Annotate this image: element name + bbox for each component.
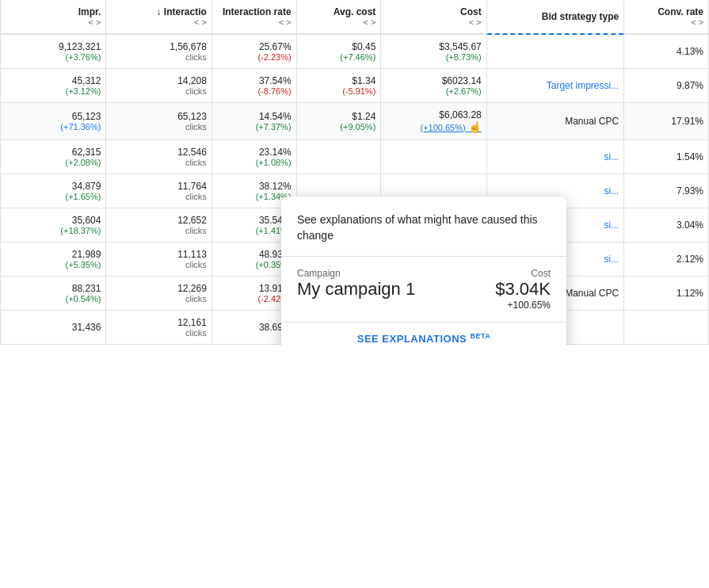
bid-strategy-value[interactable]: Target impressi... bbox=[547, 80, 619, 91]
bid-strategy-value: Manual CPC bbox=[565, 288, 619, 299]
col-header-interaction[interactable]: ↓ Interactio < > bbox=[106, 0, 212, 34]
int-rate-change: (+1.34%) bbox=[217, 192, 292, 201]
impr-value: 62,315 bbox=[6, 147, 101, 158]
interaction-value: 12,652 bbox=[111, 215, 206, 226]
tooltip-campaign-label: Campaign bbox=[297, 268, 415, 279]
cost-cell: $6,063.28(+100.65%) ☝ bbox=[381, 103, 486, 140]
int-rate-change: (-8.76%) bbox=[217, 86, 292, 96]
int-rate-change: (-2.23%) bbox=[217, 52, 292, 62]
impr-value: 45,312 bbox=[6, 75, 101, 86]
beta-badge: BETA bbox=[470, 332, 490, 340]
int-rate-value: 37.54% bbox=[217, 75, 292, 86]
conv-rate-cell: 7.93% bbox=[624, 174, 709, 208]
interaction-value: 65,123 bbox=[111, 111, 206, 122]
data-table: Impr. < > ↓ Interactio < > bbox=[0, 0, 709, 345]
avg-cost-sort-right[interactable]: > bbox=[371, 17, 375, 27]
interaction-sub: clicks bbox=[111, 52, 206, 62]
impr-cell: 9,123,321(+3.76%) bbox=[1, 34, 106, 69]
avg-cost-value: $1.24 bbox=[302, 111, 376, 122]
cost-value: $3,545.67 bbox=[386, 41, 481, 52]
impr-change: (+1.65%) bbox=[6, 192, 101, 201]
conv-rate-cell: 1.12% bbox=[624, 277, 709, 311]
int-rate-sort-right[interactable]: > bbox=[286, 17, 291, 27]
interaction-sort-left[interactable]: < bbox=[194, 17, 199, 27]
bid-strategy-value[interactable]: si... bbox=[604, 151, 619, 162]
col-header-conv-rate[interactable]: Conv. rate < > bbox=[624, 0, 709, 34]
tooltip-title: See explanations of what might have caus… bbox=[297, 212, 551, 243]
impr-change[interactable]: (+71.36%) bbox=[6, 122, 101, 132]
table-row: 65,123(+71.36%) 65,123clicks 14.54%(+7.3… bbox=[1, 103, 709, 140]
conv-rate-value: 1.12% bbox=[677, 288, 703, 299]
bid-strategy-cell bbox=[486, 34, 623, 69]
impr-cell: 62,315(+2.08%) bbox=[1, 140, 106, 174]
see-explanations-button[interactable]: SEE EXPLANATIONS BETA bbox=[357, 332, 490, 345]
interaction-cell: 12,269clicks bbox=[106, 277, 212, 311]
interaction-cell: 12,546clicks bbox=[106, 140, 212, 174]
conv-rate-value: 7.93% bbox=[677, 185, 703, 197]
int-rate-value: 13.91% bbox=[217, 283, 292, 294]
bid-strategy-value[interactable]: si... bbox=[604, 220, 619, 231]
int-rate-change: (+7.37%) bbox=[217, 122, 292, 132]
interaction-sort-right[interactable]: > bbox=[201, 17, 206, 27]
interaction-cell: 12,161clicks bbox=[106, 311, 212, 345]
table-row: 62,315(+2.08%) 12,546clicks 23.14%(+1.08… bbox=[1, 140, 709, 174]
int-rate-cell: 37.54%(-8.76%) bbox=[212, 69, 296, 103]
int-rate-value: 35.54% bbox=[217, 215, 292, 226]
impr-sort-right[interactable]: > bbox=[96, 17, 101, 27]
cost-cell: $6023.14(+2.67%) bbox=[381, 69, 486, 103]
impr-change: (+18.37%) bbox=[6, 226, 101, 235]
col-header-bid-strategy[interactable]: Bid strategy type bbox=[486, 0, 623, 34]
impr-change: (+5.35%) bbox=[6, 260, 101, 269]
impr-cell: 34,879(+1.65%) bbox=[1, 174, 106, 208]
bid-strategy-value[interactable]: si... bbox=[604, 185, 619, 197]
interaction-sub: clicks bbox=[111, 226, 206, 235]
int-rate-change: (-2.42%) bbox=[217, 294, 292, 304]
bid-strategy-cell: Target impressi... bbox=[486, 69, 623, 103]
interaction-cell: 1,56,678clicks bbox=[106, 34, 212, 69]
interaction-sub: clicks bbox=[111, 192, 206, 201]
impr-cell: 65,123(+71.36%) bbox=[1, 103, 106, 140]
conv-rate-value: 9.87% bbox=[677, 80, 703, 91]
table-row: 45,312(+3.12%) 14,208clicks 37.54%(-8.76… bbox=[1, 69, 709, 103]
cost-sort-left[interactable]: < bbox=[469, 17, 474, 27]
interaction-value: 12,546 bbox=[111, 147, 206, 158]
interaction-cell: 12,652clicks bbox=[106, 208, 212, 242]
impr-value: 31,436 bbox=[6, 322, 101, 333]
col-header-avg-cost[interactable]: Avg. cost < > bbox=[296, 0, 381, 34]
interaction-sub: clicks bbox=[111, 122, 206, 132]
impr-cell: 21,989(+5.35%) bbox=[1, 242, 106, 277]
impr-cell: 35,604(+18.37%) bbox=[1, 208, 106, 242]
cost-cell bbox=[381, 140, 486, 174]
conv-rate-sort-right[interactable]: > bbox=[699, 17, 703, 27]
interaction-value: 12,161 bbox=[111, 317, 206, 328]
impr-change: (+0.54%) bbox=[6, 294, 101, 304]
avg-cost-change: (+7.46%) bbox=[302, 52, 376, 62]
tooltip-campaign-name: My campaign 1 bbox=[297, 279, 415, 300]
conv-rate-value: 2.12% bbox=[677, 254, 703, 265]
interaction-value: 1,56,678 bbox=[111, 41, 206, 52]
interaction-value: 14,208 bbox=[111, 75, 206, 86]
impr-value: 65,123 bbox=[6, 111, 101, 122]
int-rate-value: 38.12% bbox=[217, 181, 292, 192]
conv-rate-sort-left[interactable]: < bbox=[691, 17, 696, 27]
bid-strategy-value[interactable]: si... bbox=[604, 254, 619, 265]
impr-value: 21,989 bbox=[6, 249, 101, 260]
impr-value: 34,879 bbox=[6, 181, 101, 192]
impr-sort-left[interactable]: < bbox=[89, 17, 93, 27]
impr-change: (+3.12%) bbox=[6, 86, 101, 96]
int-rate-value: 14.54% bbox=[217, 111, 292, 122]
cost-sort-right[interactable]: > bbox=[476, 17, 481, 27]
col-header-impr[interactable]: Impr. < > bbox=[1, 0, 106, 34]
col-header-interaction-rate[interactable]: Interaction rate < > bbox=[212, 0, 296, 34]
cost-value: $6023.14 bbox=[386, 75, 481, 86]
cost-change[interactable]: (+100.65%) ☝ bbox=[386, 120, 481, 133]
int-rate-cell: 23.14%(+1.08%) bbox=[212, 140, 296, 174]
conv-rate-cell: 1.54% bbox=[624, 140, 709, 174]
col-header-cost[interactable]: Cost < > bbox=[381, 0, 486, 34]
tooltip-cost-change: +100.65% bbox=[495, 300, 551, 311]
avg-cost-sort-left[interactable]: < bbox=[363, 17, 368, 27]
interaction-value: 11,113 bbox=[111, 249, 206, 260]
cost-value: $6,063.28 bbox=[386, 109, 481, 120]
bid-strategy-cell: Manual CPC bbox=[486, 103, 623, 140]
int-rate-sort-left[interactable]: < bbox=[279, 17, 284, 27]
